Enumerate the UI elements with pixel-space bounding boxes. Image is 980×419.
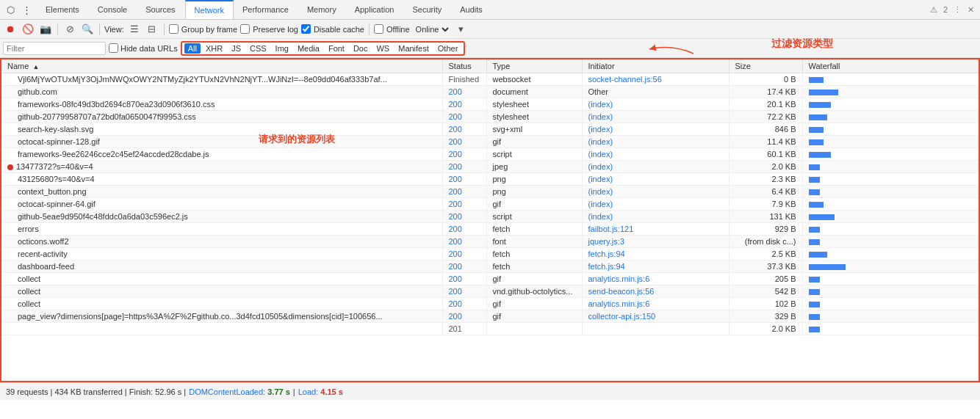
initiator-link[interactable]: analytics.min.js:6 [588,299,650,308]
disable-cache-checkbox[interactable] [301,24,311,34]
initiator-link[interactable]: failbot.js:121 [588,225,634,233]
tab-console[interactable]: Console [89,0,137,19]
cell-initiator[interactable]: (index) [582,148,729,161]
table-row[interactable]: collect200vnd.github-octolytics...send-b… [1,285,979,298]
col-header-size[interactable]: Size [729,59,802,73]
cell-initiator[interactable]: send-beacon.js:56 [582,285,729,298]
filter-type-all[interactable]: All [184,43,201,54]
initiator-link[interactable]: (index) [588,137,613,146]
initiator-link[interactable]: (index) [588,200,613,208]
offline-label[interactable]: Offline [374,24,410,34]
cell-initiator[interactable]: Other [582,86,729,98]
table-row[interactable]: frameworks-08fc49d3bd2694c870ea23d0906f3… [1,98,979,111]
cell-initiator[interactable]: socket-channel.js:56 [582,73,729,86]
initiator-link[interactable]: socket-channel.js:56 [588,75,662,84]
col-header-status[interactable]: Status [442,59,486,73]
throttle-dropdown[interactable]: Online [413,24,451,34]
cell-initiator[interactable]: collector-api.js:150 [582,310,729,323]
table-row[interactable]: octocat-spinner-64.gif200gif(index)7.9 K… [1,198,979,211]
cell-initiator[interactable]: analytics.min.js:6 [582,298,729,310]
cell-initiator[interactable]: (index) [582,211,729,223]
filter-type-img[interactable]: Img [272,43,292,54]
filter-input[interactable] [3,42,106,55]
filter-type-js[interactable]: JS [228,43,245,54]
table-row[interactable]: 43125680?s=40&v=4200png(index)2.3 KB [1,173,979,186]
cell-initiator[interactable]: fetch.js:94 [582,248,729,260]
initiator-link[interactable]: analytics.min.js:6 [588,274,650,283]
filter-type-font[interactable]: Font [325,43,348,54]
initiator-link[interactable]: (index) [588,112,613,121]
filter-type-ws[interactable]: WS [372,43,393,54]
initiator-link[interactable]: fetch.js:94 [588,249,625,258]
table-row[interactable]: octocat-spinner-128.gif200gif(index)11.4… [1,136,979,148]
tab-sources[interactable]: Sources [137,0,184,19]
devtools-pin-icon[interactable]: ⬡ [3,2,18,17]
record-button[interactable]: ⏺ [3,22,18,37]
group-by-frame-label[interactable]: Group by frame [169,24,237,34]
cell-initiator[interactable]: (index) [582,198,729,211]
table-row[interactable]: collect200gifanalytics.min.js:6205 B [1,273,979,285]
disable-cache-label[interactable]: Disable cache [301,24,364,34]
list-view-icon[interactable]: ☰ [127,22,142,37]
table-row[interactable]: errors200fetchfailbot.js:121929 B [1,223,979,236]
dom-content-loaded-link[interactable]: DOMContentLoaded: 3.77 s [189,387,290,396]
filter-type-manifest[interactable]: Manifest [394,43,433,54]
tab-performance[interactable]: Performance [234,0,298,19]
table-row[interactable]: 2012.0 KB [1,323,979,335]
cell-initiator[interactable]: (index) [582,161,729,173]
table-row[interactable]: Vjl6MjYwOTUxMjY3OjJmNWQxOWY2NTMyZjk2YTUx… [1,73,979,86]
tab-elements[interactable]: Elements [37,0,89,19]
table-row[interactable]: context_button.png200png(index)6.4 KB [1,186,979,198]
col-header-type[interactable]: Type [486,59,582,73]
col-header-waterfall[interactable]: Waterfall [802,59,979,73]
initiator-link[interactable]: jquery.js:3 [588,237,624,246]
cell-initiator[interactable]: (index) [582,98,729,111]
initiator-link[interactable]: collector-api.js:150 [588,312,656,321]
tab-memory[interactable]: Memory [298,0,346,19]
initiator-link[interactable]: (index) [588,162,613,171]
table-row[interactable]: 13477372?s=40&v=4200jpeg(index)2.0 KB [1,161,979,173]
more-options-icon[interactable]: ⋮ [954,5,962,15]
cell-initiator[interactable]: jquery.js:3 [582,236,729,248]
preserve-log-label[interactable]: Preserve log [240,24,298,34]
initiator-link[interactable]: (index) [588,212,613,221]
table-row[interactable]: page_view?dimensions[page]=https%3A%2F%2… [1,310,979,323]
group-by-frame-checkbox[interactable] [169,24,179,34]
cell-initiator[interactable]: (index) [582,136,729,148]
tab-audits[interactable]: Audits [451,0,492,19]
initiator-link[interactable]: (index) [588,150,613,159]
close-icon[interactable]: ✕ [968,5,974,15]
cell-initiator[interactable] [582,323,729,335]
clear-button[interactable]: 🚫 [21,22,35,37]
table-row[interactable]: github-5eae9d950f4c48fddc0a6da03c596ec2.… [1,211,979,223]
hide-data-urls-label[interactable]: Hide data URLs [109,43,178,53]
initiator-link[interactable]: fetch.js:94 [588,262,625,271]
devtools-more-icon[interactable]: ⋮ [19,2,34,17]
table-row[interactable]: octicons.woff2200fontjquery.js:3(from di… [1,236,979,248]
col-header-name[interactable]: Name ▲ [1,59,442,73]
initiator-link[interactable]: (index) [588,125,613,134]
initiator-link[interactable]: (index) [588,187,613,196]
table-row[interactable]: frameworks-9ee26246cce2c45ef24accded28cd… [1,148,979,161]
initiator-link[interactable]: (index) [588,175,613,183]
table-row[interactable]: dashboard-feed200fetchfetch.js:9437.3 KB [1,260,979,273]
tab-network[interactable]: Network [185,0,234,19]
offline-checkbox[interactable] [374,24,383,34]
cell-initiator[interactable]: failbot.js:121 [582,223,729,236]
col-header-initiator[interactable]: Initiator [582,59,729,73]
cell-initiator[interactable]: (index) [582,123,729,136]
filter-icon[interactable]: ⊘ [62,22,77,37]
table-row[interactable]: search-key-slash.svg200svg+xml(index)846… [1,123,979,136]
capture-screenshot-button[interactable]: 📷 [38,22,53,37]
cell-initiator[interactable]: fetch.js:94 [582,260,729,273]
table-row[interactable]: collect200gifanalytics.min.js:6102 B [1,298,979,310]
initiator-link[interactable]: (index) [588,100,613,109]
cell-initiator[interactable]: (index) [582,186,729,198]
tab-application[interactable]: Application [346,0,404,19]
cell-initiator[interactable]: (index) [582,111,729,123]
initiator-link[interactable]: send-beacon.js:56 [588,287,655,296]
filter-type-media[interactable]: Media [294,43,323,54]
filter-type-css[interactable]: CSS [246,43,270,54]
cell-initiator[interactable]: (index) [582,173,729,186]
table-row[interactable]: recent-activity200fetchfetch.js:942.5 KB [1,248,979,260]
